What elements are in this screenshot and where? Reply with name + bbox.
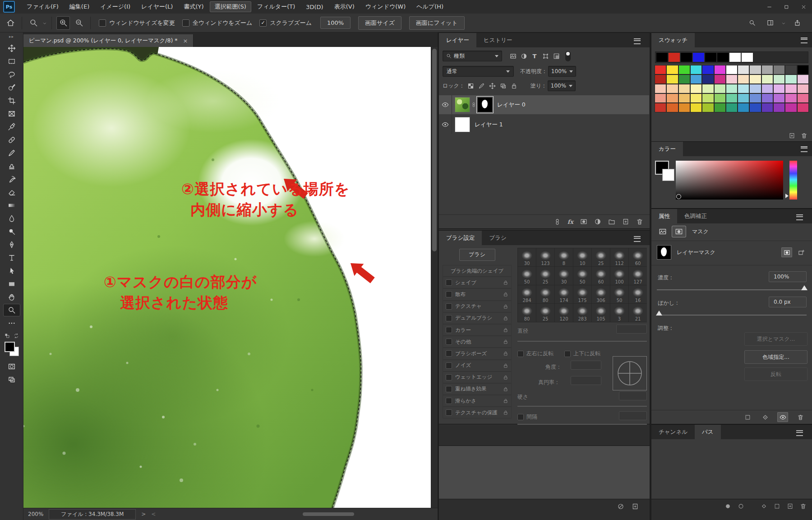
share-button[interactable] (790, 16, 804, 30)
brush-option-ブラシポーズ[interactable]: ブラシポーズ (443, 348, 512, 359)
status-chevron-left[interactable]: < (151, 511, 156, 517)
lock-icon[interactable] (503, 280, 508, 285)
checkbox[interactable] (446, 398, 452, 404)
layer-visibility-toggle[interactable] (439, 115, 452, 134)
swatch[interactable] (726, 94, 737, 102)
swatch[interactable] (691, 94, 701, 102)
hue-slider[interactable] (789, 161, 797, 200)
opacity-dropdown[interactable]: 100% (548, 66, 576, 77)
brush-option-重ね描き効果[interactable]: 重ね描き効果 (443, 383, 512, 395)
make-work-path-icon[interactable] (774, 503, 780, 510)
layer-visibility-toggle[interactable] (439, 95, 452, 114)
filter-pixel-layers-icon[interactable] (508, 51, 518, 60)
tool-eraser[interactable] (3, 186, 20, 199)
brush-preset[interactable]: 50 (518, 267, 536, 285)
density-slider[interactable] (657, 289, 807, 290)
tool-blur[interactable] (3, 212, 20, 225)
tool-frame[interactable] (3, 107, 20, 120)
foreground-color-swatch[interactable] (5, 342, 15, 352)
swatch[interactable] (702, 75, 713, 84)
tool-healing[interactable] (3, 134, 20, 146)
swatch[interactable] (691, 65, 701, 74)
brush-preset[interactable]: 127 (629, 267, 647, 285)
lock-icon[interactable] (503, 292, 508, 297)
brush-option-ウェットエッジ[interactable]: ウェットエッジ (443, 371, 512, 383)
background-color-swatch[interactable] (662, 169, 674, 181)
swatch[interactable] (738, 65, 749, 74)
canvas[interactable]: ②選択されている場所を 内側に縮小する ①マスクの白の部分が 選択された状態 (23, 47, 438, 508)
swatch[interactable] (774, 94, 784, 102)
lock-icon[interactable] (503, 398, 508, 404)
select-and-mask-button[interactable]: 選択とマスク... (744, 332, 807, 346)
brush-angle-control[interactable] (613, 356, 647, 390)
feather-value-field[interactable]: 0.0 px (769, 297, 807, 307)
new-adjustment-icon[interactable] (594, 218, 601, 225)
layer-filter-dropdown[interactable]: 種類 (443, 51, 502, 61)
menu-item-7[interactable]: 3D(D) (301, 2, 328, 12)
color-range-button[interactable]: 色域指定... (744, 350, 807, 364)
tool-dodge[interactable] (3, 225, 20, 238)
density-value-field[interactable]: 100% (769, 271, 807, 282)
layer-filter-toggle[interactable] (565, 51, 571, 61)
new-layer-icon[interactable] (622, 218, 629, 225)
close-button[interactable] (795, 0, 812, 14)
filter-shape-layers-icon[interactable] (540, 51, 551, 60)
swatch[interactable] (774, 75, 784, 84)
saturation-brightness-box[interactable] (676, 161, 783, 200)
tool-crop[interactable] (3, 94, 20, 107)
new-group-icon[interactable] (608, 218, 615, 225)
brush-option-ノイズ[interactable]: ノイズ (443, 360, 512, 371)
tool-move[interactable] (3, 42, 20, 55)
mask-link-icon[interactable] (471, 101, 476, 108)
lock-icon[interactable] (503, 375, 508, 380)
checkbox[interactable] (446, 303, 452, 310)
flip-y-checkbox[interactable]: 上下に反転 (564, 350, 600, 358)
swatch[interactable] (762, 75, 773, 84)
brush-preset[interactable]: 25 (536, 267, 554, 285)
swatch[interactable] (715, 84, 725, 93)
more-tools-button[interactable] (3, 317, 20, 330)
blend-mode-select[interactable]: 通常 (443, 66, 514, 77)
swatch[interactable] (785, 94, 796, 102)
brush-preset[interactable]: 60 (629, 248, 647, 266)
swatch[interactable] (679, 94, 690, 102)
brushes-button[interactable]: ブラシ (459, 249, 495, 261)
feather-slider[interactable] (657, 315, 807, 316)
swatch[interactable] (798, 84, 808, 93)
brush-preset[interactable]: 10 (573, 248, 591, 266)
brush-option-デュアルブラシ[interactable]: デュアルブラシ (443, 312, 512, 324)
zoom-in-button[interactable] (56, 16, 70, 30)
tool-zoom[interactable] (3, 304, 20, 316)
swatch[interactable] (774, 65, 784, 74)
brush-preset[interactable]: 174 (555, 285, 573, 303)
brush-option-散布[interactable]: 散布 (443, 288, 512, 300)
swatch[interactable] (774, 103, 784, 112)
lock-icon[interactable] (503, 363, 508, 368)
swatch[interactable] (702, 65, 713, 74)
status-chevron-right[interactable]: > (141, 511, 146, 517)
new-path-icon[interactable] (787, 503, 794, 510)
brush-preset[interactable]: 50 (610, 285, 628, 303)
recent-swatch[interactable] (705, 53, 716, 62)
layer-effects-icon[interactable]: fx (567, 218, 573, 225)
menu-item-9[interactable]: ウィンドウ(W) (360, 1, 411, 12)
swap-colors-icon[interactable] (14, 333, 19, 339)
swatch[interactable] (750, 84, 761, 93)
preset-chevron[interactable] (42, 21, 47, 25)
checkbox[interactable] (446, 339, 452, 345)
checkbox[interactable] (446, 315, 452, 321)
apply-mask-button[interactable] (760, 412, 770, 422)
vertical-scrollbar[interactable] (431, 47, 438, 508)
brush-preset[interactable]: 105 (592, 304, 610, 322)
menu-item-1[interactable]: 編集(E) (65, 1, 94, 12)
density-slider-thumb[interactable] (801, 285, 807, 290)
brush-option-シェイプ[interactable]: シェイプ (443, 277, 512, 288)
home-button[interactable] (4, 16, 17, 30)
brush-preset[interactable]: 60 (592, 267, 610, 285)
properties-panel-menu-icon[interactable] (796, 214, 803, 220)
checkbox[interactable] (446, 350, 452, 357)
layer-mask-thumbnail[interactable] (477, 97, 493, 112)
swatch[interactable] (785, 84, 796, 93)
delete-swatch-icon[interactable] (801, 132, 807, 139)
roundness-field[interactable] (571, 376, 601, 385)
